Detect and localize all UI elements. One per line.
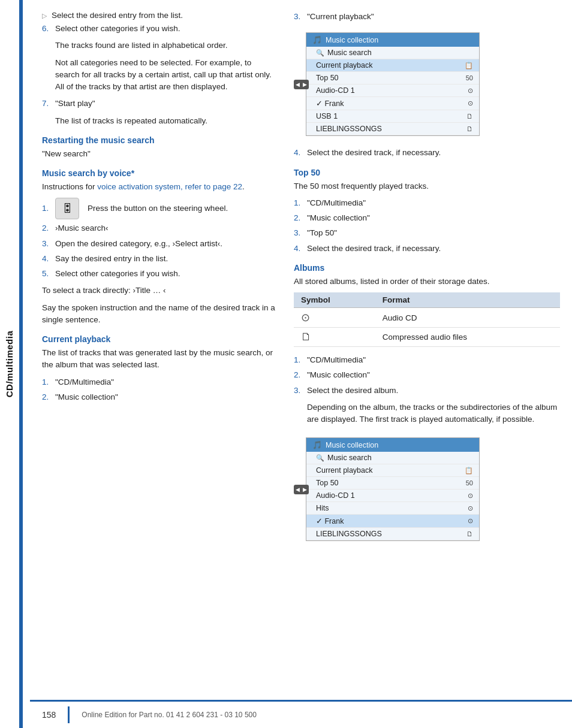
mc-header-icon-2: 🎵 xyxy=(312,440,322,449)
step-item: 4. Select the desired track, if necessar… xyxy=(294,243,560,255)
step-item: 5. Select other categories if you wish. xyxy=(42,268,276,280)
search-icon-2: 🔍 xyxy=(316,454,324,462)
music-collection-box-2: 🎵 Music collection 🔍 Music search Curren… xyxy=(306,437,480,541)
nav-right-arrow-2[interactable]: ▶ xyxy=(302,486,308,493)
mc-row2-current-playback[interactable]: Current playback 📋 xyxy=(306,464,479,477)
step-text: "Music collection" xyxy=(307,212,370,224)
mc-row2-frank[interactable]: ✓ Frank ⊙ xyxy=(306,515,479,528)
mc-box-wrapper-2: ◀ ▶ 🎵 Music collection 🔍 Music search xyxy=(306,431,480,547)
step-item: 1. "CD/Multimedia" xyxy=(42,376,276,388)
mc-row-music-search[interactable]: 🔍 Music search xyxy=(306,47,479,59)
current-playback-steps: 1. "CD/Multimedia" 2. "Music collection" xyxy=(42,376,276,404)
top50-steps: 1. "CD/Multimedia" 2. "Music collection"… xyxy=(294,197,560,255)
mc-row-label: Top 50 xyxy=(316,74,339,82)
two-col-layout: ▷ Select the desired entry from the list… xyxy=(42,11,560,547)
mc-row-right: 📋 xyxy=(465,467,473,475)
nav-right-arrow[interactable]: ▶ xyxy=(302,81,308,88)
right-column: 3. "Current playback" ◀ ▶ 🎵 Music collec… xyxy=(294,11,560,547)
mc-row-right: 50 xyxy=(466,74,473,81)
mc-row-usb1[interactable]: USB 1 🗋 xyxy=(306,110,479,123)
step-text: "Current playback" xyxy=(307,11,374,23)
left-column: ▷ Select the desired entry from the list… xyxy=(42,11,276,547)
mc-row-label: 🔍 Music search xyxy=(316,454,372,462)
right-step3: 3. "Current playback" xyxy=(294,11,560,23)
mc-row-label: Audio-CD 1 xyxy=(316,86,355,95)
voice-intro-para: Instructions for voice activation system… xyxy=(42,181,276,193)
section-heading-currentplayback: Current playback xyxy=(42,334,276,344)
mc-row-right: 🗋 xyxy=(466,125,473,132)
step-item: 1. "CD/Multimedia" xyxy=(294,197,560,209)
mc-row-label: LIEBLINGSSONGS xyxy=(316,530,382,538)
para: The list of tracks is repeated automatic… xyxy=(55,115,276,127)
mc-row-right: 📋 xyxy=(465,62,473,70)
symbol-col-header: Symbol xyxy=(294,292,375,308)
audio-cd-icon: ⊙ xyxy=(301,312,310,324)
mc-row-right: 50 xyxy=(466,479,473,487)
step-text: Select other categories if you wish. xyxy=(55,268,180,280)
mc-row2-top50[interactable]: Top 50 50 xyxy=(306,477,479,490)
section-heading-top50: Top 50 xyxy=(294,168,560,177)
indent-block2: The list of tracks is repeated automatic… xyxy=(42,115,276,127)
compressed-audio-icon: 🗋 xyxy=(301,331,312,343)
step-item: 2. "Music collection" xyxy=(42,391,276,403)
step-item: 3. "Top 50" xyxy=(294,227,560,239)
bullet-text: Select the desired entry from the list. xyxy=(52,11,183,20)
nav-left-arrow[interactable]: ◀ xyxy=(294,81,301,88)
voice-steps: 1. 🎛 Press the button on the steering wh… xyxy=(42,198,276,280)
step-text: Select the desired album. xyxy=(307,385,398,397)
mc-row2-music-search[interactable]: 🔍 Music search xyxy=(306,452,479,464)
mc-row2-audiocd1[interactable]: Audio-CD 1 ⊙ xyxy=(306,490,479,502)
mc-nav-arrows[interactable]: ◀ ▶ xyxy=(294,80,309,89)
mc-row2-hits[interactable]: Hits ⊙ xyxy=(306,502,479,515)
mc-row-label: Current playback xyxy=(316,466,373,475)
music-collection-box-1: 🎵 Music collection 🔍 Music search Curren… xyxy=(306,32,480,136)
step-text: "Top 50" xyxy=(307,227,337,239)
albums-para: Depending on the album, the tracks or th… xyxy=(307,401,560,426)
para: The tracks found are listed in alphabeti… xyxy=(55,40,276,52)
step-item: 4. Select the desired track, if necessar… xyxy=(294,147,560,159)
mc-row-label: ✓ Frank xyxy=(316,99,344,108)
mc-header-icon: 🎵 xyxy=(312,35,322,44)
step-text: "Music collection" xyxy=(55,391,118,403)
symbol-cell: 🗋 xyxy=(294,328,375,347)
right-step4: 4. Select the desired track, if necessar… xyxy=(294,147,560,159)
table-row: ⊙ Audio CD xyxy=(294,308,560,328)
mc-row-right: 🗋 xyxy=(466,113,473,120)
nav-left-arrow-2[interactable]: ◀ xyxy=(294,486,301,493)
format-cell: Compressed audio files xyxy=(375,328,560,347)
mc-row-audiocd1[interactable]: Audio-CD 1 ⊙ xyxy=(306,84,479,97)
footer-divider xyxy=(68,706,70,723)
mc-row-frank[interactable]: ✓ Frank ⊙ xyxy=(306,97,479,110)
step-text: Select other categories if you wish. xyxy=(55,23,180,35)
mc-row-top50[interactable]: Top 50 50 xyxy=(306,72,479,84)
main-content: ▷ Select the desired entry from the list… xyxy=(30,0,572,559)
mc-header-label: Music collection xyxy=(326,36,378,44)
step-text: "CD/Multimedia" xyxy=(307,354,366,366)
mc-row-lieblingssongs[interactable]: LIEBLINGSSONGS 🗋 xyxy=(306,123,479,135)
direct-select-text: To select a track directly: ›Title … ‹ xyxy=(42,285,276,297)
voice-link[interactable]: voice activation system, refer to page 2… xyxy=(97,182,242,191)
step-text: "CD/Multimedia" xyxy=(55,376,114,388)
step-text: Select the desired track, if necessary. xyxy=(307,147,441,159)
step-item: 2. "Music collection" xyxy=(294,369,560,381)
mc-row-label: ✓ Frank xyxy=(316,516,344,525)
mc-row-right: ⊙ xyxy=(468,517,473,525)
step-text: Say the desired entry in the list. xyxy=(55,253,168,265)
restart-text: "New search" xyxy=(42,148,276,160)
sidebar-text: CD/multimedia xyxy=(5,331,15,398)
step-item: 4. Say the desired entry in the list. xyxy=(42,253,276,265)
section-heading-albums: Albums xyxy=(294,263,560,273)
albums-intro: All stored albums, listed in order of th… xyxy=(294,276,560,288)
mc-row-label: Audio-CD 1 xyxy=(316,491,355,500)
mc-row-right: ⊙ xyxy=(468,99,473,107)
mc-nav-arrows-2[interactable]: ◀ ▶ xyxy=(294,485,309,494)
voice-intro-text: Instructions for xyxy=(42,182,97,191)
left-bar xyxy=(19,0,23,728)
mc-row-current-playback[interactable]: Current playback 📋 xyxy=(306,59,479,72)
step-text: Select the desired track, if necessary. xyxy=(307,243,441,255)
mc-row-right: ⊙ xyxy=(468,87,473,95)
bullet-select: ▷ Select the desired entry from the list… xyxy=(42,11,276,20)
mc-row2-lieblingssongs[interactable]: LIEBLINGSSONGS 🗋 xyxy=(306,528,479,540)
indent-block: The tracks found are listed in alphabeti… xyxy=(42,40,276,93)
mc-header-label-2: Music collection xyxy=(326,441,378,449)
